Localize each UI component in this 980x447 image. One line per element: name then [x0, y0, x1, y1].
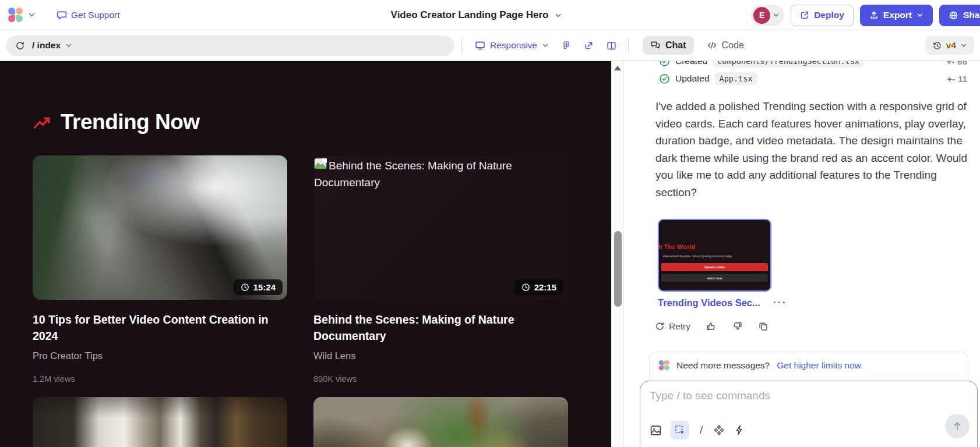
- image-alt-text-wrap: Behind the Scenes: Making of Nature Docu…: [313, 155, 568, 193]
- attachment-thumbnail[interactable]: th The World videos around the globe. Jo…: [658, 219, 771, 292]
- duration-badge: 15:24: [234, 279, 283, 295]
- element-select-icon[interactable]: [671, 421, 689, 439]
- app-logo-icon[interactable]: [8, 8, 23, 23]
- account-menu[interactable]: E: [751, 5, 784, 26]
- chat-input-box[interactable]: /: [640, 381, 978, 447]
- video-channel: Wild Lens: [313, 350, 568, 361]
- event-row-updated: Updated App.tsx +-11: [659, 72, 967, 85]
- attachment-menu[interactable]: ···: [773, 297, 787, 309]
- page-path-dropdown[interactable]: / index: [32, 40, 72, 51]
- chat-input[interactable]: [650, 389, 968, 402]
- version-dropdown[interactable]: v4: [925, 36, 974, 55]
- diff-stat: +-66: [947, 61, 967, 66]
- clock-icon: [241, 283, 249, 292]
- diff-count: 11: [958, 74, 967, 84]
- video-views: 890K views: [313, 374, 568, 384]
- broken-image-icon: [314, 158, 329, 169]
- mini-subtext: videos around the globe. Join our growin…: [662, 255, 768, 258]
- version-chevron-icon: [960, 42, 967, 49]
- export-button[interactable]: Export: [860, 5, 933, 26]
- mini-upload-button: Upload a video: [661, 263, 768, 271]
- input-toolbar: /: [650, 421, 745, 439]
- responsive-dropdown[interactable]: Responsive: [475, 40, 549, 51]
- speech-bubble-icon: [57, 10, 67, 20]
- title-chevron-icon: [554, 12, 562, 19]
- share-button[interactable]: Share: [939, 5, 980, 26]
- split-panel-icon[interactable]: [607, 41, 616, 51]
- logo-menu-chevron-icon[interactable]: [28, 11, 36, 19]
- export-label: Export: [883, 10, 912, 20]
- video-thumbnail-partial[interactable]: [313, 397, 568, 447]
- video-channel: Pro Creator Tips: [33, 350, 287, 361]
- tab-code[interactable]: Code: [707, 40, 744, 51]
- thumbs-up-icon[interactable]: [706, 321, 717, 332]
- divider: [461, 38, 462, 53]
- scrollbar-thumb[interactable]: [614, 231, 622, 307]
- project-title: Video Creator Landing Page Hero: [391, 9, 549, 21]
- video-title: Behind the Scenes: Making of Nature Docu…: [313, 311, 558, 344]
- tab-chat[interactable]: Chat: [643, 36, 694, 55]
- diff-minus: -: [951, 61, 954, 66]
- figma-icon[interactable]: [562, 41, 571, 50]
- components-icon[interactable]: [713, 424, 725, 436]
- tab-chat-label: Chat: [665, 40, 686, 51]
- slash-command-button[interactable]: /: [698, 424, 704, 437]
- toolbar: / index Responsive: [0, 31, 980, 61]
- deploy-button[interactable]: Deploy: [791, 5, 854, 26]
- send-button[interactable]: [945, 414, 970, 438]
- event-row-created: Created components/TrendingSection.tsx +…: [659, 61, 967, 68]
- trending-up-icon: [33, 113, 51, 132]
- deploy-label: Deploy: [814, 10, 844, 20]
- video-thumbnail[interactable]: 15:24: [33, 155, 287, 300]
- video-card[interactable]: 15:24 10 Tips for Better Video Content C…: [33, 155, 287, 384]
- preview-scrollbar[interactable]: [611, 61, 623, 447]
- event-file-chip[interactable]: App.tsx: [715, 72, 757, 85]
- project-title-dropdown[interactable]: Video Creator Landing Page Hero: [391, 0, 562, 30]
- preview-canvas: Trending Now 15:24 10 Tips for Better Vi…: [0, 61, 611, 447]
- lightning-icon[interactable]: [734, 424, 745, 436]
- app-window: Get Support Video Creator Landing Page H…: [0, 0, 980, 447]
- chat-panel: Created components/TrendingSection.tsx +…: [623, 61, 980, 447]
- video-thumbnail-partial[interactable]: [33, 397, 287, 447]
- clock-icon: [521, 283, 530, 292]
- check-circle-icon: [659, 61, 670, 67]
- refresh-icon[interactable]: [15, 41, 25, 51]
- check-circle-icon: [659, 73, 670, 84]
- globe-icon: [949, 10, 958, 20]
- retry-label: Retry: [669, 321, 690, 332]
- export-chevron-icon: [916, 12, 923, 19]
- code-icon: [707, 40, 717, 51]
- history-icon: [932, 41, 942, 51]
- get-support-label: Get Support: [71, 10, 120, 20]
- avatar: E: [753, 7, 770, 24]
- section-heading: Trending Now: [61, 110, 200, 134]
- duration-text: 15:24: [253, 282, 276, 292]
- attachment-label[interactable]: Trending Videos Sec...: [658, 297, 760, 308]
- duration-badge: 22:15: [514, 279, 563, 295]
- chat-bubbles-icon: [650, 40, 661, 51]
- pop-out-icon[interactable]: [584, 41, 594, 51]
- app-logo-mini-icon: [659, 360, 669, 371]
- event-file-chip[interactable]: components/TrendingSection.tsx: [713, 61, 864, 68]
- responsive-chevron-icon: [542, 42, 549, 49]
- mini-watch-button: watch now: [661, 274, 768, 282]
- video-thumbnail-broken[interactable]: Behind the Scenes: Making of Nature Docu…: [313, 155, 568, 300]
- message-actions: Retry: [655, 321, 769, 332]
- copy-icon[interactable]: [758, 321, 769, 332]
- monitor-icon: [475, 40, 485, 51]
- get-support-link[interactable]: Get Support: [57, 10, 120, 20]
- divider: [628, 38, 629, 53]
- diff-count: 66: [957, 61, 967, 66]
- url-bar[interactable]: / index: [6, 36, 454, 56]
- attachment: th The World videos around the globe. Jo…: [658, 219, 787, 309]
- retry-button[interactable]: Retry: [655, 321, 690, 332]
- attach-image-icon[interactable]: [650, 424, 662, 437]
- thumbs-down-icon[interactable]: [732, 321, 743, 332]
- banner-upgrade-link[interactable]: Get higher limits now.: [777, 360, 863, 371]
- video-card[interactable]: Behind the Scenes: Making of Nature Docu…: [313, 155, 568, 384]
- video-views: 1.2M views: [33, 374, 287, 384]
- limits-banner: Need more messages? Get higher limits no…: [649, 352, 968, 382]
- scroll-up-arrow[interactable]: [614, 66, 621, 70]
- tab-code-label: Code: [722, 40, 744, 51]
- version-label: v4: [946, 40, 956, 51]
